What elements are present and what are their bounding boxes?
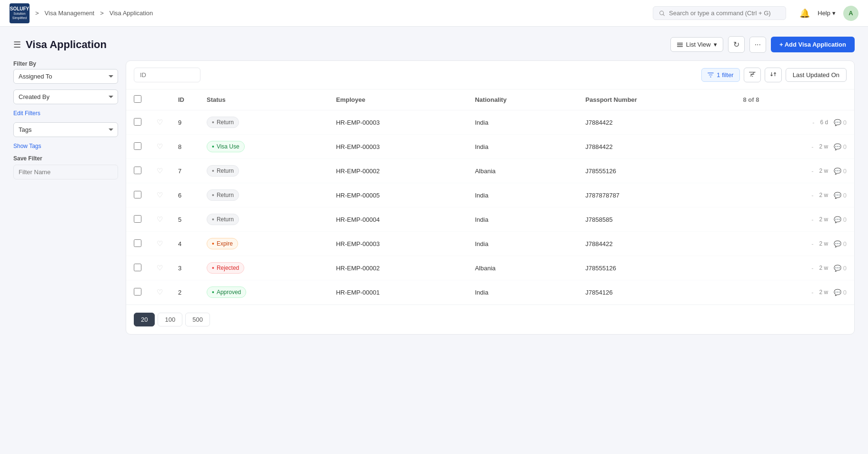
global-search[interactable] xyxy=(653,6,786,20)
row-employee[interactable]: HR-EMP-00003 xyxy=(329,135,468,159)
time-ago: 6 d xyxy=(820,119,828,126)
show-tags-link[interactable]: Show Tags xyxy=(13,143,118,149)
comment-icon[interactable]: 💬 0 xyxy=(834,216,847,223)
row-checkbox[interactable] xyxy=(134,142,141,150)
row-passport: J787878787 xyxy=(578,183,736,207)
comment-icon[interactable]: 💬 0 xyxy=(834,289,847,296)
help-button[interactable]: Help ▾ xyxy=(818,10,836,17)
row-checkbox[interactable] xyxy=(134,288,141,296)
col-employee[interactable]: Employee xyxy=(329,89,468,110)
col-passport[interactable]: Passport Number xyxy=(578,89,736,110)
table-row[interactable]: ♡ 6 Return HR-EMP-00005 India J787878787… xyxy=(126,183,854,207)
col-status[interactable]: Status xyxy=(199,89,329,110)
table-row[interactable]: ♡ 5 Return HR-EMP-00004 India J7858585 -… xyxy=(126,207,854,232)
nav-right-actions: 🔔 Help ▾ A xyxy=(799,6,858,21)
row-employee[interactable]: HR-EMP-00004 xyxy=(329,207,468,232)
row-nationality: India xyxy=(467,207,578,232)
row-checkbox[interactable] xyxy=(134,167,141,174)
table-row[interactable]: ♡ 2 Approved HR-EMP-00001 India J7854126… xyxy=(126,280,854,305)
favorite-icon[interactable]: ♡ xyxy=(157,142,163,150)
table-row[interactable]: ♡ 7 Return HR-EMP-00002 Albania J7855512… xyxy=(126,159,854,183)
tags-filter[interactable]: Tags xyxy=(13,122,118,137)
row-employee[interactable]: HR-EMP-00001 xyxy=(329,280,468,305)
comment-icon[interactable]: 💬 0 xyxy=(834,265,847,272)
comment-icon[interactable]: 💬 0 xyxy=(834,168,847,175)
favorite-icon[interactable]: ♡ xyxy=(157,215,163,223)
row-employee[interactable]: HR-EMP-00003 xyxy=(329,232,468,256)
id-search-input[interactable] xyxy=(134,68,200,82)
toolbar-right: 1 filter Last Updated On xyxy=(701,68,847,82)
active-filter-button[interactable]: 1 filter xyxy=(701,68,739,82)
sort-button[interactable] xyxy=(765,68,782,82)
list-view-button[interactable]: List View ▾ xyxy=(670,37,723,52)
dash: - xyxy=(811,289,813,296)
table-row[interactable]: ♡ 3 Rejected HR-EMP-00002 Albania J78555… xyxy=(126,256,854,280)
dash: - xyxy=(811,192,813,199)
page-size-20[interactable]: 20 xyxy=(134,313,155,326)
row-checkbox[interactable] xyxy=(134,215,141,223)
row-employee[interactable]: HR-EMP-00002 xyxy=(329,159,468,183)
svg-rect-2 xyxy=(677,42,683,43)
header-actions: List View ▾ ↻ ··· + Add Visa Application xyxy=(670,36,855,53)
clear-filter-button[interactable] xyxy=(744,68,761,82)
row-employee[interactable]: HR-EMP-00002 xyxy=(329,256,468,280)
breadcrumb-visa-management[interactable]: Visa Management xyxy=(45,10,95,17)
row-status: Expire xyxy=(199,232,329,256)
row-nationality: Albania xyxy=(467,256,578,280)
page-title-row: ☰ Visa Application xyxy=(13,39,107,51)
page-size-100[interactable]: 100 xyxy=(158,313,182,326)
refresh-button[interactable]: ↻ xyxy=(728,36,745,53)
filter-icon xyxy=(708,72,714,78)
row-checkbox[interactable] xyxy=(134,264,141,271)
col-id[interactable]: ID xyxy=(170,89,199,110)
col-heart xyxy=(149,89,170,110)
row-checkbox[interactable] xyxy=(134,239,141,247)
avatar[interactable]: A xyxy=(843,6,858,21)
row-employee[interactable]: HR-EMP-00005 xyxy=(329,183,468,207)
more-options-button[interactable]: ··· xyxy=(749,37,766,53)
col-meta: 8 of 8 xyxy=(735,89,854,110)
comment-icon[interactable]: 💬 0 xyxy=(834,240,847,247)
select-all-checkbox[interactable] xyxy=(134,95,141,103)
sidebar-toggle-icon[interactable]: ☰ xyxy=(13,39,21,50)
notifications-icon[interactable]: 🔔 xyxy=(799,8,810,19)
assigned-to-filter[interactable]: Assigned To xyxy=(13,69,118,84)
save-filter-label: Save Filter xyxy=(13,155,118,162)
row-checkbox[interactable] xyxy=(134,191,141,198)
favorite-icon[interactable]: ♡ xyxy=(157,264,163,272)
favorite-icon[interactable]: ♡ xyxy=(157,118,163,126)
row-status: Return xyxy=(199,207,329,232)
col-nationality[interactable]: Nationality xyxy=(467,89,578,110)
filter-by-section: Filter By Assigned To xyxy=(13,60,118,84)
table-row[interactable]: ♡ 4 Expire HR-EMP-00003 India J7884422 -… xyxy=(126,232,854,256)
page-title: Visa Application xyxy=(26,39,107,51)
favorite-icon[interactable]: ♡ xyxy=(157,239,163,247)
row-id: 6 xyxy=(170,183,199,207)
row-checkbox[interactable] xyxy=(134,118,141,126)
table-row[interactable]: ♡ 9 Return HR-EMP-00003 India J7884422 -… xyxy=(126,110,854,135)
list-view-label: List View xyxy=(686,41,711,48)
filter-by-label: Filter By xyxy=(13,60,118,67)
status-badge: Approved xyxy=(207,286,246,298)
add-visa-application-button[interactable]: + Add Visa Application xyxy=(771,37,855,52)
comment-icon[interactable]: 💬 0 xyxy=(834,143,847,150)
row-status: Return xyxy=(199,183,329,207)
comment-icon[interactable]: 💬 0 xyxy=(834,192,847,199)
page-size-500[interactable]: 500 xyxy=(185,313,210,326)
table-row[interactable]: ♡ 8 Visa Use HR-EMP-00003 India J7884422… xyxy=(126,135,854,159)
comment-icon[interactable]: 💬 0 xyxy=(834,119,847,126)
row-employee[interactable]: HR-EMP-00003 xyxy=(329,110,468,135)
favorite-icon[interactable]: ♡ xyxy=(157,288,163,296)
row-status: Return xyxy=(199,159,329,183)
logo[interactable]: SOLUFY Solution Simplified xyxy=(10,3,30,23)
row-passport: J7854126 xyxy=(578,280,736,305)
search-input[interactable] xyxy=(669,10,780,17)
favorite-icon[interactable]: ♡ xyxy=(157,167,163,175)
favorite-icon[interactable]: ♡ xyxy=(157,191,163,199)
row-status: Return xyxy=(199,110,329,135)
row-nationality: India xyxy=(467,280,578,305)
edit-filters-link[interactable]: Edit Filters xyxy=(13,110,118,117)
last-updated-button[interactable]: Last Updated On xyxy=(786,68,847,82)
filter-name-input[interactable] xyxy=(13,165,118,179)
created-by-filter[interactable]: Created By xyxy=(13,89,118,104)
